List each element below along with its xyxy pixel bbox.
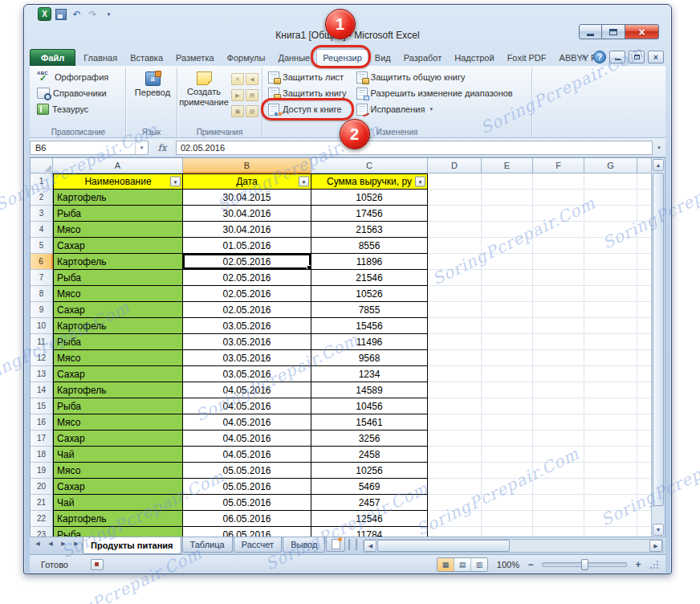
cell-f12[interactable] bbox=[533, 350, 584, 366]
cell-d9[interactable] bbox=[428, 302, 482, 318]
ribbon-tab-formulas[interactable]: Формулы bbox=[221, 49, 272, 66]
cell-b19[interactable]: 05.05.2016 bbox=[183, 463, 311, 479]
qat-customize-chevron-icon[interactable]: ▾ bbox=[102, 7, 116, 21]
row-header-5[interactable]: 5 bbox=[31, 238, 53, 254]
macro-record-icon[interactable] bbox=[91, 559, 104, 570]
track-changes-button[interactable]: Исправления▾ bbox=[354, 101, 515, 117]
cell-a5[interactable]: Сахар bbox=[53, 238, 183, 254]
cell-filler-16[interactable] bbox=[637, 414, 651, 431]
view-normal-button[interactable]: ▦ bbox=[438, 558, 454, 571]
cell-e3[interactable] bbox=[482, 206, 533, 222]
row-header-20[interactable]: 20 bbox=[31, 479, 53, 495]
cell-a13[interactable]: Сахар bbox=[53, 366, 183, 382]
cell-filler-18[interactable] bbox=[637, 447, 651, 463]
cell-d18[interactable] bbox=[428, 447, 482, 463]
cell-a14[interactable]: Картофель bbox=[53, 382, 183, 398]
cell-b7[interactable]: 02.05.2016 bbox=[183, 270, 311, 286]
show-all-comments-icon[interactable]: ▣ bbox=[231, 105, 244, 117]
cell-g17[interactable] bbox=[584, 431, 637, 447]
cell-a9[interactable]: Сахар bbox=[53, 302, 183, 318]
maximize-button[interactable] bbox=[602, 24, 625, 39]
workbook-restore-icon[interactable] bbox=[629, 51, 645, 63]
cell-d4[interactable] bbox=[428, 222, 482, 238]
cell-g19[interactable] bbox=[584, 463, 637, 479]
sheet-tab-calculation[interactable]: Рассчет bbox=[234, 537, 283, 553]
cell-d6[interactable] bbox=[428, 254, 482, 270]
filter-button[interactable]: ▼ bbox=[415, 177, 425, 187]
insert-worksheet-button[interactable] bbox=[326, 537, 345, 552]
cell-f17[interactable] bbox=[533, 431, 584, 447]
cell-d19[interactable] bbox=[428, 463, 482, 479]
cell-filler-5[interactable] bbox=[637, 238, 651, 254]
column-header-c[interactable]: C bbox=[311, 158, 428, 173]
minimize-ribbon-icon[interactable]: ∧ bbox=[577, 51, 590, 63]
show-ink-icon[interactable]: ▨ bbox=[246, 105, 258, 117]
cell-f15[interactable] bbox=[533, 398, 584, 414]
excel-app-icon[interactable]: X bbox=[38, 7, 51, 21]
zoom-in-button[interactable]: + bbox=[633, 559, 644, 570]
cell-g13[interactable] bbox=[584, 366, 637, 382]
save-icon[interactable] bbox=[54, 7, 67, 21]
show-hide-comment-icon[interactable]: ▤ bbox=[246, 89, 258, 101]
cell-g18[interactable] bbox=[584, 447, 637, 463]
cell-e17[interactable] bbox=[482, 431, 533, 447]
cell-g14[interactable] bbox=[584, 382, 637, 398]
cell-d16[interactable] bbox=[428, 414, 482, 431]
row-header-2[interactable]: 2 bbox=[31, 190, 53, 206]
previous-comment-icon[interactable]: ◀ bbox=[246, 73, 258, 85]
cell-e16[interactable] bbox=[482, 414, 533, 431]
cell-g1[interactable] bbox=[584, 173, 637, 190]
cell-c18[interactable]: 2458 bbox=[311, 447, 428, 463]
cell-e1[interactable] bbox=[482, 173, 533, 190]
horizontal-scrollbar[interactable]: ◀ ▶ bbox=[363, 539, 663, 553]
cell-c3[interactable]: 17456 bbox=[311, 206, 428, 222]
cell-c19[interactable]: 10256 bbox=[311, 463, 428, 479]
row-header-23[interactable]: 23 bbox=[31, 527, 53, 537]
scroll-up-icon[interactable]: ▲ bbox=[653, 159, 664, 171]
row-header-16[interactable]: 16 bbox=[31, 414, 53, 431]
cell-b17[interactable]: 04.05.2016 bbox=[183, 431, 311, 447]
protect-sheet-button[interactable]: Защитить лист bbox=[266, 69, 349, 85]
cell-c22[interactable]: 12546 bbox=[311, 511, 428, 527]
cell-g22[interactable] bbox=[584, 511, 637, 527]
cell-c20[interactable]: 5469 bbox=[311, 479, 428, 495]
cell-b13[interactable]: 03.05.2016 bbox=[183, 366, 311, 382]
cell-a12[interactable]: Мясо bbox=[53, 350, 183, 366]
cell-d14[interactable] bbox=[428, 382, 482, 398]
ribbon-tab-foxit-pdf[interactable]: Foxit PDF bbox=[501, 49, 553, 66]
cell-f8[interactable] bbox=[533, 286, 584, 302]
cell-g12[interactable] bbox=[584, 350, 637, 366]
cell-c1[interactable]: Сумма выручки, ру▼ bbox=[311, 173, 428, 190]
row-header-7[interactable]: 7 bbox=[31, 270, 53, 286]
sheet-tab-output[interactable]: Вывод bbox=[283, 537, 325, 553]
cell-g6[interactable] bbox=[584, 254, 637, 270]
cell-a18[interactable]: Чай bbox=[53, 447, 183, 463]
cell-d15[interactable] bbox=[428, 398, 482, 414]
row-header-14[interactable]: 14 bbox=[31, 382, 53, 398]
cell-c4[interactable]: 21563 bbox=[311, 222, 428, 238]
cell-a8[interactable]: Мясо bbox=[53, 286, 183, 302]
cell-c9[interactable]: 7855 bbox=[311, 302, 428, 318]
cell-b4[interactable]: 30.04.2016 bbox=[183, 222, 311, 238]
cell-g16[interactable] bbox=[584, 414, 637, 431]
filter-button[interactable]: ▼ bbox=[299, 177, 309, 187]
cell-filler-20[interactable] bbox=[637, 479, 651, 495]
cell-d1[interactable] bbox=[428, 173, 482, 190]
ribbon-tab-home[interactable]: Главная bbox=[77, 49, 124, 66]
cell-d21[interactable] bbox=[428, 495, 482, 511]
cell-b8[interactable]: 02.05.2016 bbox=[183, 286, 311, 302]
ribbon-tab-view[interactable]: Вид bbox=[368, 49, 397, 66]
cell-d11[interactable] bbox=[428, 334, 482, 350]
cell-f9[interactable] bbox=[533, 302, 584, 318]
ribbon-tab-insert[interactable]: Вставка bbox=[124, 49, 169, 66]
cell-c5[interactable]: 8556 bbox=[311, 238, 428, 254]
cell-g4[interactable] bbox=[584, 222, 637, 238]
redo-icon[interactable]: ↷ bbox=[86, 7, 100, 21]
cell-b1[interactable]: Дата▼ bbox=[183, 173, 311, 190]
cell-c10[interactable]: 15456 bbox=[311, 318, 428, 334]
row-header-4[interactable]: 4 bbox=[31, 222, 53, 238]
cell-a15[interactable]: Рыба bbox=[53, 398, 183, 414]
cell-a16[interactable]: Мясо bbox=[53, 414, 183, 431]
row-header-3[interactable]: 3 bbox=[31, 206, 53, 222]
formula-bar-expand-icon[interactable]: ▾ bbox=[653, 145, 665, 151]
